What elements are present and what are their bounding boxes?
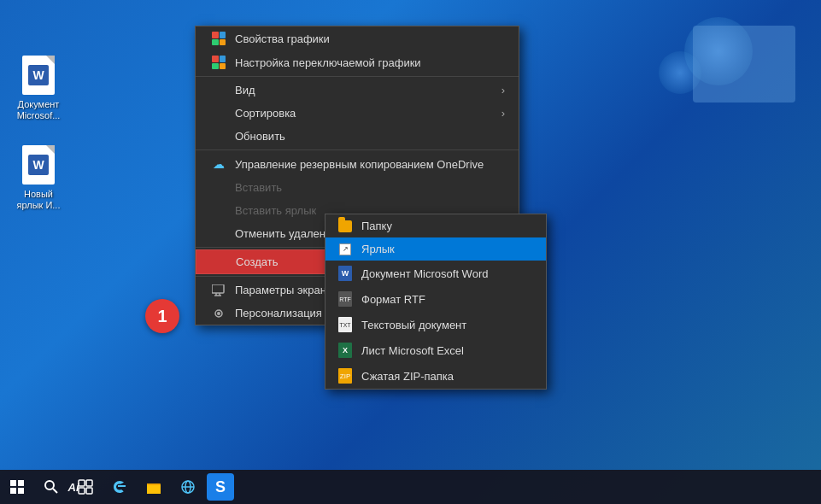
deco-rect bbox=[693, 26, 795, 103]
menu-onedrive[interactable]: ☁ Управление резервным копированием OneD… bbox=[196, 152, 519, 176]
desktop-icon-word-doc[interactable]: W Документ Microsof... bbox=[9, 51, 68, 125]
display-icon bbox=[209, 284, 228, 296]
personalize-icon bbox=[209, 308, 228, 319]
shortcut-icon: ↗ bbox=[336, 243, 355, 255]
desktop-icon-word-shortcut[interactable]: W Новый ярлык И... bbox=[9, 141, 68, 214]
svg-rect-8 bbox=[10, 488, 16, 494]
arrow-icon-sort: › bbox=[501, 107, 505, 120]
explorer-button[interactable] bbox=[137, 470, 171, 504]
gfx-icon-1 bbox=[209, 32, 228, 45]
separator-2 bbox=[196, 149, 519, 150]
submenu-shortcut[interactable]: ↗ Ярлык bbox=[325, 237, 546, 261]
word-doc-label: Документ Microsof... bbox=[12, 99, 65, 121]
arrow-icon: › bbox=[501, 84, 505, 97]
separator-1 bbox=[196, 76, 519, 77]
ai-label[interactable]: Ai bbox=[56, 470, 91, 504]
word-doc-icon: W bbox=[21, 55, 56, 96]
browser-button[interactable] bbox=[171, 470, 205, 504]
submenu-zip[interactable]: ZIP Сжатая ZIP-папка bbox=[325, 363, 546, 389]
svg-rect-9 bbox=[18, 488, 24, 494]
rtf-icon: RTF bbox=[336, 291, 355, 307]
submenu-rtf[interactable]: RTF Формат RTF bbox=[325, 286, 546, 312]
svg-point-5 bbox=[217, 312, 220, 315]
menu-refresh[interactable]: Обновить bbox=[196, 125, 519, 148]
edge-button[interactable] bbox=[103, 470, 137, 504]
cloud-icon: ☁ bbox=[209, 157, 228, 171]
svg-rect-0 bbox=[212, 284, 224, 293]
submenu-folder[interactable]: Папку bbox=[325, 214, 546, 237]
submenu-excel[interactable]: X Лист Microsoft Excel bbox=[325, 337, 546, 363]
word-shortcut-label: Новый ярлык И... bbox=[12, 189, 65, 211]
start-button[interactable] bbox=[0, 470, 34, 504]
menu-graphics-switch[interactable]: Настройка переключаемой графики bbox=[196, 50, 519, 74]
menu-paste[interactable]: Вставить bbox=[196, 176, 519, 199]
menu-graphics-props[interactable]: Свойства графики bbox=[196, 26, 519, 50]
excel-icon: X bbox=[336, 343, 355, 358]
desktop: W Документ Microsof... W Новый ярлык И..… bbox=[0, 0, 821, 504]
submenu-txt[interactable]: TXT Текстовый документ bbox=[325, 312, 546, 337]
svg-rect-6 bbox=[10, 480, 16, 486]
folder-icon bbox=[336, 220, 355, 232]
svg-rect-7 bbox=[18, 480, 24, 486]
submenu-word[interactable]: W Документ Microsoft Word bbox=[325, 261, 546, 286]
gfx-icon-2 bbox=[209, 56, 228, 69]
svg-point-10 bbox=[45, 481, 54, 489]
taskbar: S Ai bbox=[0, 470, 821, 504]
word-shortcut-icon: W bbox=[21, 144, 56, 185]
svg-rect-17 bbox=[147, 485, 161, 494]
menu-view[interactable]: Вид › bbox=[196, 79, 519, 102]
submenu-create: Папку ↗ Ярлык W Документ Microsoft Word … bbox=[325, 214, 547, 390]
menu-sort[interactable]: Сортировка › bbox=[196, 102, 519, 125]
txt-icon: TXT bbox=[336, 317, 355, 332]
step-badge-1: 1 bbox=[145, 299, 179, 333]
zip-icon: ZIP bbox=[336, 368, 355, 384]
s-app-button[interactable]: S bbox=[207, 473, 234, 501]
word-doc-icon-sm: W bbox=[336, 266, 355, 281]
